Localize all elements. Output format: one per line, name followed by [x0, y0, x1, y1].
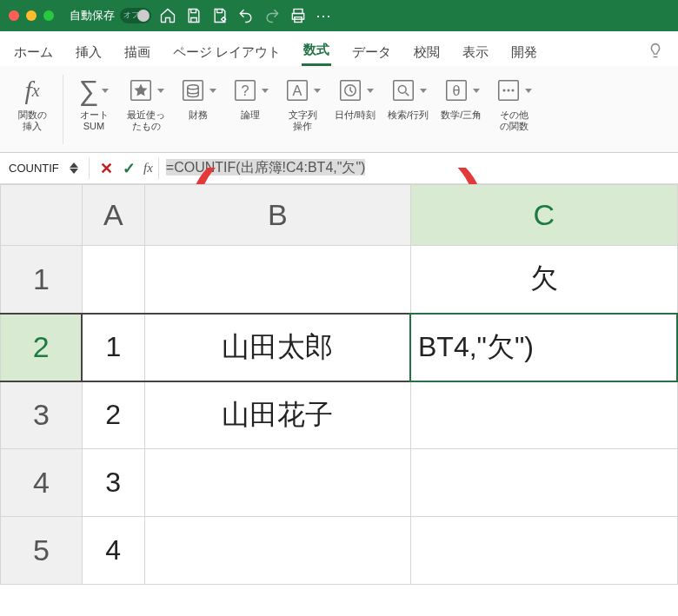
math-button[interactable]: θ 数学/三角 — [435, 71, 487, 121]
cell-a2[interactable]: 1 — [82, 314, 144, 381]
col-header-b[interactable]: B — [144, 185, 410, 246]
cell-a1[interactable] — [82, 246, 144, 314]
cell-b4[interactable] — [144, 449, 410, 517]
tab-home[interactable]: ホーム — [12, 37, 55, 66]
cell-a3[interactable]: 2 — [82, 381, 144, 449]
cell-c3[interactable] — [410, 381, 677, 449]
home-icon[interactable] — [158, 6, 177, 25]
autosum-label: オート SUM — [80, 109, 109, 132]
more-icon[interactable]: ⋯ — [315, 6, 334, 25]
svg-point-18 — [508, 89, 510, 92]
text-label: 文字列 操作 — [289, 109, 317, 132]
svg-point-13 — [398, 85, 406, 93]
financial-button[interactable]: 財務 — [173, 71, 223, 121]
cell-c2[interactable]: BT4,"欠") — [410, 314, 677, 381]
cell-c4[interactable] — [410, 449, 677, 517]
titlebar: 自動保存 オフ ⋯ — [0, 0, 678, 31]
lookup-button[interactable]: 検索/行列 — [382, 71, 434, 121]
svg-rect-0 — [294, 10, 302, 14]
logical-button[interactable]: ? 論理 — [225, 71, 276, 121]
svg-text:?: ? — [241, 83, 249, 98]
close-window-icon[interactable] — [9, 10, 19, 21]
insert-function-button[interactable]: fx 関数の 挿入 — [7, 71, 57, 132]
datetime-label: 日付/時刻 — [335, 109, 376, 121]
window-controls — [9, 10, 54, 21]
recent-label: 最近使っ たもの — [127, 109, 165, 132]
question-icon: ? — [230, 71, 270, 109]
more-label: その他 の関数 — [500, 109, 528, 132]
tab-pagelayout[interactable]: ページ レイアウト — [171, 37, 282, 66]
cell-c5[interactable] — [410, 517, 677, 585]
accept-formula-button[interactable]: ✓ — [117, 159, 140, 178]
formula-input[interactable]: =COUNTIF(出席簿!C4:BT4,"欠") — [161, 157, 673, 179]
tab-developer[interactable]: 開発 — [509, 37, 539, 66]
select-all-corner[interactable] — [1, 185, 83, 246]
switch-icon: オフ — [120, 8, 151, 23]
financial-label: 財務 — [189, 109, 208, 121]
row-header-1[interactable]: 1 — [1, 246, 83, 314]
name-box[interactable]: COUNTIF — [5, 160, 70, 176]
row-header-5[interactable]: 5 — [1, 517, 83, 585]
text-functions-button[interactable]: A 文字列 操作 — [277, 71, 328, 132]
sigma-icon: ∑ — [74, 71, 114, 109]
row-header-2[interactable]: 2 — [1, 314, 83, 381]
tab-data[interactable]: データ — [350, 37, 393, 66]
row-header-3[interactable]: 3 — [1, 381, 83, 449]
zoom-window-icon[interactable] — [43, 10, 54, 21]
fx-icon: fx — [12, 71, 52, 109]
save-icon[interactable] — [184, 6, 203, 25]
svg-rect-12 — [393, 81, 413, 101]
print-icon[interactable] — [289, 6, 308, 25]
tab-formulas[interactable]: 数式 — [302, 35, 331, 66]
more-dots-icon — [494, 71, 534, 109]
ribbon-tabs: ホーム 挿入 描画 ページ レイアウト 数式 データ 校閲 表示 開発 — [0, 31, 678, 66]
cancel-formula-button[interactable]: ✕ — [95, 159, 117, 178]
search-icon — [388, 71, 429, 109]
tab-review[interactable]: 校閲 — [412, 37, 442, 66]
autosave-toggle[interactable]: 自動保存 オフ — [70, 8, 151, 23]
cell-b2[interactable]: 山田太郎 — [144, 314, 410, 381]
coins-icon — [178, 71, 218, 109]
cell-c1[interactable]: 欠 — [410, 246, 677, 314]
fx-label[interactable]: fx — [143, 161, 153, 176]
row-header-4[interactable]: 4 — [1, 449, 83, 517]
svg-point-5 — [188, 85, 199, 89]
svg-text:A: A — [293, 83, 302, 98]
namebox-stepper[interactable] — [70, 162, 78, 174]
autosave-label: 自動保存 — [70, 8, 115, 23]
chevron-up-icon — [70, 162, 78, 168]
datetime-button[interactable]: 日付/時刻 — [329, 71, 381, 121]
more-functions-button[interactable]: その他 の関数 — [489, 71, 539, 132]
minimize-window-icon[interactable] — [26, 10, 37, 21]
cell-a5[interactable]: 4 — [82, 517, 144, 585]
tab-draw[interactable]: 描画 — [123, 37, 152, 66]
tab-insert[interactable]: 挿入 — [74, 37, 103, 66]
theta-icon: θ — [441, 71, 482, 109]
save-as-icon[interactable] — [210, 6, 229, 25]
text-a-icon: A — [282, 71, 322, 109]
col-header-a[interactable]: A — [82, 185, 144, 246]
chevron-down-icon — [70, 169, 78, 174]
svg-point-19 — [512, 89, 515, 92]
spreadsheet-grid[interactable]: A B C 1 欠 2 1 山田太郎 BT4,"欠") 3 2 山田花子 4 3… — [0, 184, 678, 585]
math-label: 数学/三角 — [441, 109, 482, 121]
cell-b3[interactable]: 山田花子 — [144, 381, 410, 449]
recent-functions-button[interactable]: 最近使っ たもの — [121, 71, 171, 132]
undo-icon[interactable] — [236, 6, 256, 25]
tell-me-icon[interactable] — [645, 33, 666, 66]
svg-point-17 — [503, 89, 506, 92]
ribbon-formulas: fx 関数の 挿入 ∑ オート SUM 最近使っ たもの 財務 ? 論理 A 文… — [0, 66, 678, 153]
redo-icon[interactable] — [263, 6, 282, 25]
formula-text: =COUNTIF(出席簿!C4:BT4,"欠") — [166, 159, 366, 176]
col-header-c[interactable]: C — [410, 185, 677, 246]
tab-view[interactable]: 表示 — [461, 37, 490, 66]
insert-function-label: 関数の 挿入 — [18, 109, 47, 132]
formula-bar: COUNTIF ✕ ✓ fx =COUNTIF(出席簿!C4:BT4,"欠") — [0, 153, 678, 184]
cell-b5[interactable] — [144, 517, 410, 585]
autosum-button[interactable]: ∑ オート SUM — [69, 71, 119, 132]
clock-icon — [335, 71, 376, 109]
lookup-label: 検索/行列 — [388, 109, 429, 121]
cell-b1[interactable] — [144, 246, 410, 314]
svg-text:θ: θ — [452, 83, 460, 98]
cell-a4[interactable]: 3 — [82, 449, 144, 517]
